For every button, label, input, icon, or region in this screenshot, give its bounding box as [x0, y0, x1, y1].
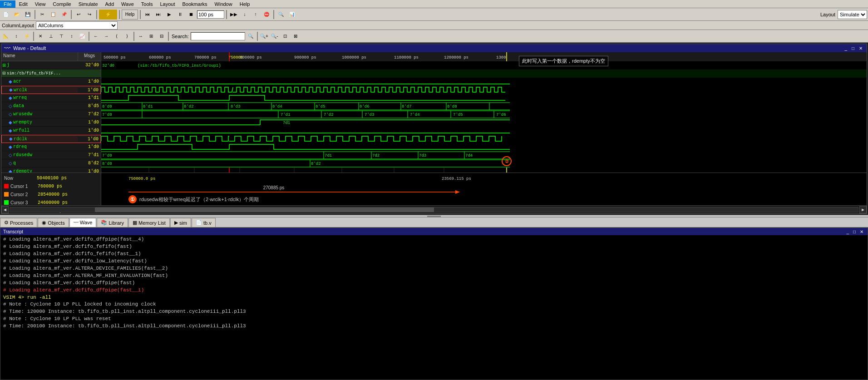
sim-ctrl-1[interactable]: ⏮	[143, 10, 153, 20]
open-btn[interactable]: 📂	[12, 10, 22, 20]
wave-tb-12[interactable]: ⟩	[122, 31, 132, 41]
tab-objects[interactable]: ◉ Objects	[38, 218, 69, 227]
menu-view[interactable]: View	[31, 0, 49, 8]
wave-tb-14[interactable]: ⊞	[146, 31, 156, 41]
menu-edit[interactable]: Edit	[15, 0, 31, 8]
menu-wave[interactable]: Wave	[118, 0, 138, 8]
sim-ctrl-4[interactable]: ⏸	[175, 10, 185, 20]
svg-text:7'd3: 7'd3	[365, 113, 375, 117]
search-input[interactable]	[191, 32, 245, 40]
run-step-btn[interactable]: ↓	[240, 10, 250, 20]
wave-scroll-right-btn[interactable]: ▶	[859, 206, 867, 213]
signal-row-rdreq[interactable]: ◆rdreq 1'd0	[1, 143, 101, 151]
wave-close-btn[interactable]: ✕	[858, 46, 864, 51]
zoom-full-btn[interactable]: ⊡	[280, 31, 290, 41]
svg-text:7d1: 7d1	[325, 153, 332, 158]
tab-sim[interactable]: ▶ sim	[170, 218, 191, 227]
extra-1[interactable]: 🔍	[276, 10, 286, 20]
signal-val-rdreq: 1'd0	[78, 144, 101, 149]
run-cont-btn[interactable]: ↑	[251, 10, 261, 20]
signal-row-wrreq[interactable]: ◆wrreq 1'd1	[1, 94, 101, 102]
signal-row-wrempty[interactable]: ◆wrempty 1'd0	[1, 118, 101, 127]
trans-line-0: # Loading altera_mf_ver.dcfifo_dffpipe(f…	[3, 236, 865, 243]
sim-ctrl-3[interactable]: ▶	[164, 10, 174, 20]
zoom-out-btn[interactable]: 🔍-	[270, 31, 280, 41]
signal-row-q[interactable]: ◇q 8'd2	[1, 159, 101, 168]
cursor1-value: 760000 ps	[38, 184, 62, 189]
waveform-area[interactable]: 500000 ps 600000 ps 700000 ps 750000 800…	[101, 52, 867, 173]
signal-row-wrclk[interactable]: ◆wrclk 1'd0	[1, 86, 101, 94]
search-btn[interactable]: 🔍	[246, 31, 256, 41]
cut-btn[interactable]: ✂	[37, 10, 47, 20]
menu-compile[interactable]: Compile	[49, 0, 74, 8]
new-btn[interactable]: 📄	[1, 10, 11, 20]
wave-tb-7[interactable]: ↕	[67, 31, 77, 41]
menu-window[interactable]: Window	[211, 0, 236, 8]
wave-tb-8[interactable]: 📈	[77, 31, 87, 41]
wave-tb-10[interactable]: →	[101, 31, 111, 41]
copy-btn[interactable]: 📋	[48, 10, 58, 20]
tab-wave[interactable]: 〰 Wave	[69, 218, 97, 227]
wave-tb-1[interactable]: 📐	[1, 31, 11, 41]
menu-simulate[interactable]: Simulate	[75, 0, 102, 8]
wave-tb-5[interactable]: ⊥	[46, 31, 56, 41]
wave-tb-2[interactable]: ↕	[11, 31, 21, 41]
sim-ctrl-5[interactable]: ⏹	[186, 10, 196, 20]
menu-layout[interactable]: Layout	[157, 0, 179, 8]
tab-processes[interactable]: ⚙ Processes	[0, 218, 37, 227]
sim-time-input[interactable]	[197, 10, 224, 19]
signal-row-j[interactable]: ⊞j 32'd0	[1, 61, 101, 69]
sig-icon-q: ◇	[9, 161, 12, 166]
wave-tb-9[interactable]: ←	[91, 31, 101, 41]
wave-tb-15[interactable]: ⊟	[157, 31, 167, 41]
wave-tb-11[interactable]: ⟨	[112, 31, 122, 41]
wave-minimize-btn[interactable]: _	[843, 46, 848, 51]
signal-row-acr[interactable]: ◆acr 1'd0	[1, 78, 101, 86]
signal-val-wrreq: 1'd1	[78, 95, 101, 100]
menu-bookmarks[interactable]: Bookmarks	[179, 0, 211, 8]
signal-row-sim[interactable]: ⊟sim:/tb/fifo_tb/FIF...	[1, 69, 101, 78]
tab-memory-list[interactable]: ▦ Memory List	[128, 218, 170, 227]
compile-btn[interactable]: ⚡	[99, 10, 117, 20]
transcript-minimize-btn[interactable]: _	[845, 229, 850, 234]
signal-row-wrusedw[interactable]: ◇wrusedw 7'd2	[1, 110, 101, 118]
redo-btn[interactable]: ↪	[84, 10, 94, 20]
wave-scrollbar-track[interactable]	[10, 207, 858, 212]
transcript-maximize-btn[interactable]: □	[852, 229, 857, 234]
svg-text:(sim:/tb/fifo_tb/FIFO_inst/Gro: (sim:/tb/fifo_tb/FIFO_inst/Group1)	[138, 64, 221, 68]
signal-val-wrfull: 1'd0	[78, 128, 101, 133]
paste-btn[interactable]: 📌	[59, 10, 69, 20]
signal-row-wrfull[interactable]: ◆wrfull 1'd0	[1, 127, 101, 135]
signal-row-data[interactable]: ◇data 8'd5	[1, 102, 101, 110]
wave-scrollbar-thumb[interactable]	[95, 207, 434, 212]
break-btn[interactable]: ⛔	[261, 10, 271, 20]
undo-btn[interactable]: ↩	[74, 10, 84, 20]
wave-maximize-btn[interactable]: □	[850, 46, 856, 51]
tab-tbv[interactable]: 📄 tb.v	[192, 218, 216, 227]
wave-tb-13[interactable]: ↔	[136, 31, 146, 41]
col-layout-select[interactable]: AllColumns	[36, 21, 118, 30]
tab-library[interactable]: 📚 Library	[97, 218, 128, 227]
wave-tb-3[interactable]: ⚡	[22, 31, 32, 41]
layout-select[interactable]: Simulate Layout	[838, 10, 867, 19]
signal-row-rdempty[interactable]: ◆rdempty 1'd0	[1, 168, 101, 173]
zoom-cursor-btn[interactable]: ⊠	[291, 31, 301, 41]
svg-text:7d2: 7d2	[372, 153, 380, 158]
sim-ctrl-2[interactable]: ⏭	[153, 10, 163, 20]
help-btn[interactable]: Help	[122, 10, 138, 20]
extra-2[interactable]: 📊	[287, 10, 297, 20]
signal-row-rdusedw[interactable]: ◇rdusedw 7'd1	[1, 151, 101, 159]
menu-tools[interactable]: Tools	[138, 0, 157, 8]
wave-tb-6[interactable]: ⊤	[56, 31, 66, 41]
sep4	[119, 10, 120, 19]
signal-row-rdclk[interactable]: ◆rdclk 1'd0	[1, 135, 101, 143]
transcript-close-btn[interactable]: ✕	[858, 229, 865, 234]
wave-scroll-left-btn[interactable]: ◀	[1, 206, 9, 213]
save-btn[interactable]: 💾	[23, 10, 33, 20]
menu-help[interactable]: Help	[236, 0, 254, 8]
run-all-btn[interactable]: ▶▶	[229, 10, 239, 20]
zoom-in-btn[interactable]: 🔍+	[259, 31, 269, 41]
menu-file[interactable]: File	[0, 0, 15, 8]
menu-add[interactable]: Add	[102, 0, 118, 8]
wave-tb-4[interactable]: ✕	[35, 31, 45, 41]
